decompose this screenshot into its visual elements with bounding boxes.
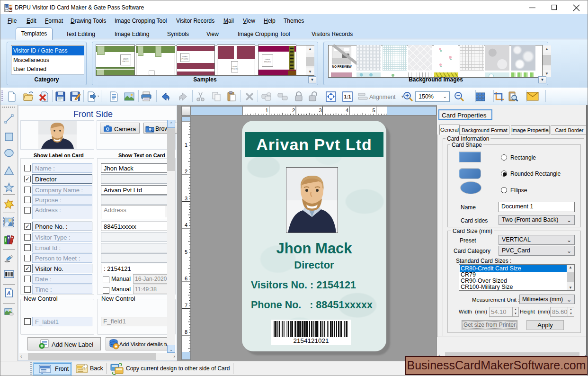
svg-text:3: 3: [185, 196, 187, 201]
svg-text:4: 4: [346, 107, 348, 113]
svg-text:4: 4: [185, 222, 187, 228]
svg-text:6: 6: [185, 276, 187, 281]
svg-text:2: 2: [185, 169, 187, 174]
svg-text:8: 8: [185, 329, 187, 335]
svg-text:5: 5: [185, 249, 187, 255]
svg-text:5: 5: [372, 107, 375, 113]
svg-text:7: 7: [185, 303, 187, 308]
svg-text:3: 3: [319, 107, 321, 113]
svg-text:2: 2: [292, 107, 295, 113]
svg-text:1: 1: [265, 107, 268, 113]
svg-text:A: A: [7, 290, 11, 296]
svg-text:1: 1: [185, 142, 187, 148]
svg-text:1:1: 1:1: [344, 94, 351, 99]
